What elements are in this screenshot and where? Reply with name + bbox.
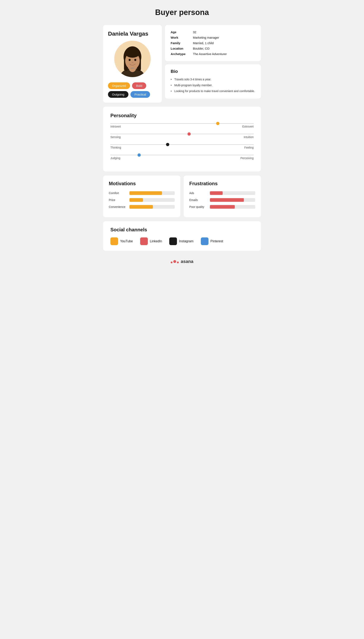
brand-name: asana [181, 259, 193, 264]
svg-point-12 [130, 68, 134, 69]
info-value: 32 [193, 29, 255, 35]
tags-container: Organized Bold Outgoing Practical [108, 82, 157, 98]
dot-center [173, 260, 176, 263]
social-label: Pinterest [210, 239, 223, 243]
frustrations-card: Frustrations Ads Emails Poor quality [184, 175, 261, 217]
linkedin-icon [140, 237, 148, 245]
bio-list: Travels solo 3-4 times a year. Multi-pro… [171, 77, 255, 94]
bar-fill [210, 191, 223, 195]
table-row: Age 32 [171, 29, 255, 35]
bar-label: Poor quality [189, 205, 208, 208]
list-item: Looking for products to make travel conv… [171, 88, 255, 94]
social-label: Instagram [179, 239, 193, 243]
table-row: Archetype The Assertive Adventurer [171, 51, 255, 57]
bar-track [210, 205, 255, 209]
bio-card: Bio Travels solo 3-4 times a year. Multi… [165, 64, 261, 99]
svg-point-10 [134, 59, 136, 61]
social-section: Social channels YouTube LinkedIn Instagr… [103, 221, 261, 251]
bar-label: Convenience [109, 205, 127, 208]
bar-label: Comfort [109, 191, 127, 195]
svg-point-8 [125, 49, 140, 58]
slider-introvert-extrovert: Introvert Extrovert [110, 123, 254, 128]
social-title: Social channels [110, 227, 254, 233]
list-item: Travels solo 3-4 times a year. [171, 77, 255, 82]
bar-poor-quality: Poor quality [189, 205, 255, 209]
slider-label-right: Intuition [244, 135, 254, 139]
personality-section: Personality Introvert Extrovert Sensing … [103, 107, 261, 171]
bar-comfort: Comfort [109, 191, 175, 195]
social-item-instagram: Instagram [169, 237, 193, 245]
motivations-card: Motivations Comfort Price Convenience [103, 175, 180, 217]
slider-label-left: Thinking [110, 146, 121, 149]
profile-card-left: Daniela Vargas [103, 25, 162, 103]
info-key: Age [171, 29, 193, 35]
bar-convenience: Convenience [109, 205, 175, 209]
table-row: Location Boulder, CO [171, 46, 255, 51]
profile-name: Daniela Vargas [108, 31, 148, 37]
bar-track [130, 205, 175, 209]
slider-label-left: Sensing [110, 135, 121, 139]
tag-organized: Organized [108, 82, 130, 89]
motiv-frust-section: Motivations Comfort Price Convenience Fr… [103, 175, 261, 217]
table-row: Work Marketing manager [171, 35, 255, 40]
instagram-icon [169, 237, 177, 245]
info-key: Work [171, 35, 193, 40]
info-value: Boulder, CO [193, 46, 255, 51]
slider-label-right: Perceiving [240, 156, 254, 160]
frustrations-title: Frustrations [189, 181, 255, 186]
page-title: Buyer persona [103, 8, 261, 17]
bar-label: Price [109, 198, 127, 202]
social-item-pinterest: Pinterest [201, 237, 223, 245]
bar-track [210, 191, 255, 195]
info-key: Family [171, 40, 193, 46]
info-value: Married, 1 child [193, 40, 255, 46]
bar-track [210, 198, 255, 202]
slider-label-right: Feeling [244, 146, 254, 149]
slider-label-right: Extrovert [242, 125, 254, 128]
bar-price: Price [109, 198, 175, 202]
bar-fill [210, 198, 244, 202]
asana-logo: asana [103, 259, 261, 264]
table-row: Family Married, 1 child [171, 40, 255, 46]
social-item-youtube: YouTube [110, 237, 133, 245]
bio-title: Bio [171, 69, 255, 74]
profile-card-right: Age 32 Work Marketing manager Family Mar… [165, 25, 261, 103]
asana-dots-icon [171, 260, 179, 263]
bar-label: Emails [189, 198, 208, 202]
personality-title: Personality [110, 113, 254, 118]
profile-section: Daniela Vargas [103, 25, 261, 103]
tag-bold: Bold [132, 82, 146, 89]
svg-point-11 [132, 62, 133, 63]
social-items: YouTube LinkedIn Instagram Pinterest [110, 237, 254, 245]
info-value: Marketing manager [193, 35, 255, 40]
dot-right [177, 261, 179, 263]
info-card: Age 32 Work Marketing manager Family Mar… [165, 25, 261, 61]
list-item: Multi-program loyalty member. [171, 82, 255, 88]
info-key: Location [171, 46, 193, 51]
info-key: Archetype [171, 51, 193, 57]
bar-fill [210, 205, 235, 209]
bar-fill [130, 205, 153, 209]
bar-label: Ads [189, 191, 208, 195]
social-item-linkedin: LinkedIn [140, 237, 162, 245]
bar-track [130, 198, 175, 202]
pinterest-icon [201, 237, 208, 245]
bar-track [130, 191, 175, 195]
avatar [114, 41, 151, 77]
info-table: Age 32 Work Marketing manager Family Mar… [171, 29, 255, 57]
bar-emails: Emails [189, 198, 255, 202]
bar-ads: Ads [189, 191, 255, 195]
social-label: YouTube [120, 239, 133, 243]
youtube-icon [110, 237, 118, 245]
slider-label-left: Judging [110, 156, 120, 160]
slider-label-left: Introvert [110, 125, 121, 128]
tag-outgoing: Outgoing [108, 91, 128, 98]
info-value: The Assertive Adventurer [193, 51, 255, 57]
social-label: LinkedIn [150, 239, 162, 243]
bar-fill [130, 191, 162, 195]
svg-point-9 [128, 59, 131, 61]
slider-thinking-feeling: Thinking Feeling [110, 144, 254, 149]
slider-judging-perceiving: Judging Perceiving [110, 155, 254, 160]
dot-left [171, 261, 172, 263]
bar-fill [130, 198, 143, 202]
